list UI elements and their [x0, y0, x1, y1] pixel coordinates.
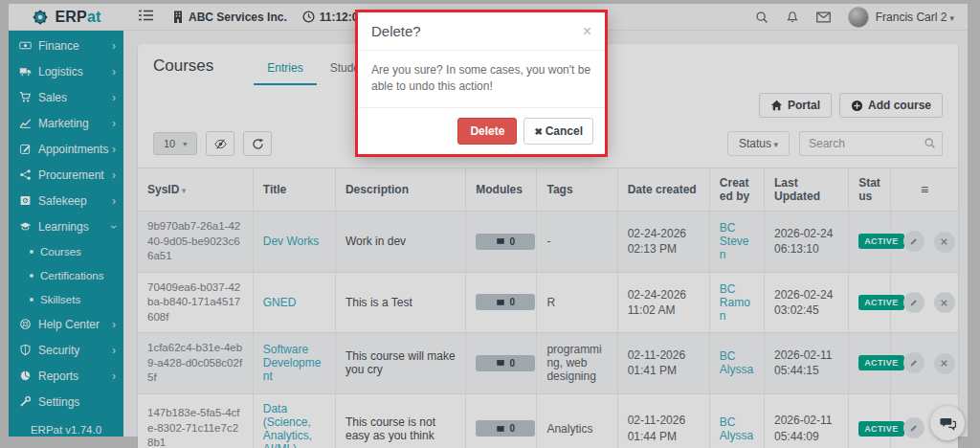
modal-body-text: Are you sure? In some cases, you won't b… [358, 51, 605, 108]
close-icon[interactable] [583, 24, 591, 39]
delete-confirmation-modal: Delete? Are you sure? In some cases, you… [358, 12, 605, 154]
modal-title: Delete? [371, 23, 421, 39]
confirm-delete-button[interactable]: Delete [457, 118, 517, 145]
modal-header: Delete? [358, 12, 605, 51]
cancel-button[interactable]: Cancel [523, 118, 593, 145]
modal-footer: Delete Cancel [358, 108, 605, 154]
